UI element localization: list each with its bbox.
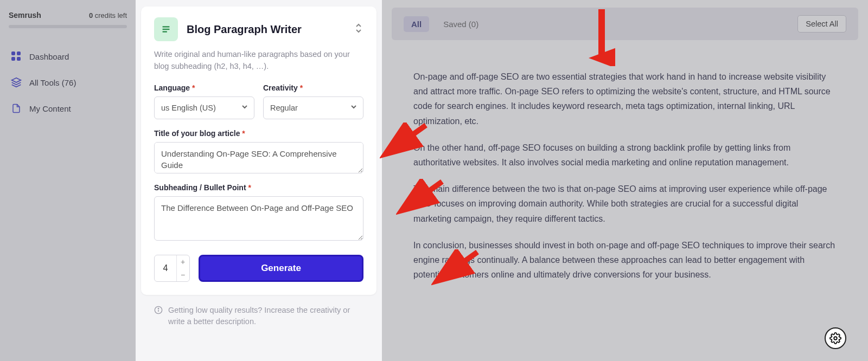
- document-icon: [11, 103, 22, 114]
- credits-left: 0 credits left: [89, 11, 127, 20]
- tab-saved[interactable]: Saved (0): [443, 20, 478, 29]
- subheading-label: Subheading / Bullet Point *: [154, 183, 363, 192]
- svg-rect-1: [17, 51, 21, 55]
- tool-title: Blog Paragraph Writer: [187, 23, 346, 36]
- title-label: Title of your blog article *: [154, 129, 363, 138]
- svg-point-17: [834, 337, 837, 340]
- creativity-label: Creativity *: [263, 83, 363, 92]
- subheading-input[interactable]: [154, 196, 363, 241]
- settings-button[interactable]: [825, 327, 846, 349]
- sidebar: Semrush 0 credits left Dashboard All Too…: [0, 0, 136, 361]
- svg-rect-2: [11, 57, 15, 61]
- sidebar-item-my-content[interactable]: My Content: [5, 96, 130, 120]
- hint-text: Getting low quality results? Increase th…: [136, 295, 382, 328]
- brand-name: Semrush: [9, 11, 41, 20]
- tool-description: Write original and human-like paragraphs…: [154, 49, 363, 73]
- layers-icon: [11, 77, 22, 88]
- generate-button[interactable]: Generate: [199, 255, 363, 282]
- result-card[interactable]: On-page and off-page SEO are two essenti…: [392, 51, 858, 354]
- select-all-button[interactable]: Select All: [797, 15, 846, 33]
- tool-panel: Blog Paragraph Writer Write original and…: [136, 0, 382, 361]
- result-paragraph: On-page and off-page SEO are two essenti…: [413, 69, 837, 128]
- tool-icon: [154, 17, 178, 41]
- svg-marker-4: [12, 78, 21, 82]
- count-input[interactable]: [155, 263, 176, 273]
- sidebar-item-label: My Content: [29, 104, 71, 113]
- step-down[interactable]: −: [177, 268, 189, 281]
- result-paragraph: On the other hand, off-page SEO focuses …: [413, 140, 837, 170]
- language-label: Language *: [154, 83, 254, 92]
- results-area: All Saved (0) Select All On-page and off…: [382, 0, 868, 361]
- step-up[interactable]: +: [177, 255, 189, 268]
- expand-icon[interactable]: [355, 23, 363, 35]
- chevron-down-icon: [350, 103, 358, 112]
- chevron-down-icon: [241, 103, 248, 112]
- gear-icon: [829, 332, 841, 344]
- language-value: us English (US): [161, 104, 216, 112]
- svg-rect-3: [17, 57, 21, 61]
- sidebar-item-all-tools[interactable]: All Tools (76): [5, 70, 130, 94]
- sidebar-item-label: All Tools (76): [29, 78, 76, 87]
- count-stepper[interactable]: + −: [154, 255, 190, 282]
- language-select[interactable]: us English (US): [154, 96, 254, 119]
- result-paragraph: In conclusion, businesses should invest …: [413, 238, 837, 282]
- svg-point-10: [158, 308, 158, 308]
- sidebar-item-dashboard[interactable]: Dashboard: [5, 44, 130, 68]
- creativity-select[interactable]: Regular: [263, 96, 363, 119]
- info-icon: [154, 306, 163, 328]
- dashboard-icon: [11, 51, 22, 62]
- credits-progress: [9, 25, 127, 28]
- svg-rect-0: [11, 51, 15, 55]
- tab-all[interactable]: All: [404, 16, 429, 32]
- title-input[interactable]: [154, 142, 363, 173]
- result-paragraph: The main difference between the two is t…: [413, 182, 837, 226]
- sidebar-item-label: Dashboard: [29, 52, 69, 61]
- creativity-value: Regular: [270, 104, 298, 112]
- results-toolbar: All Saved (0) Select All: [392, 8, 858, 40]
